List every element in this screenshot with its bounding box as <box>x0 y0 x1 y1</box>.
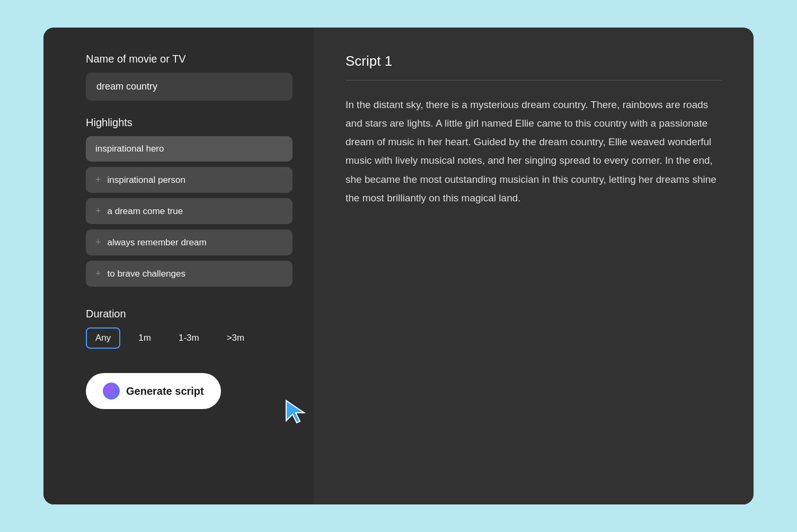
generate-btn-label: Generate script <box>126 385 204 397</box>
highlights-label: Highlights <box>86 117 293 129</box>
highlight-chip-inspirational-hero[interactable]: inspirational hero <box>86 136 293 162</box>
chip-text-always-remember-dream: always remember dream <box>108 237 207 248</box>
chip-text-dream-come-true: a dream come true <box>108 206 183 217</box>
svg-marker-0 <box>286 401 304 423</box>
right-panel: Script 1 In the distant sky, there is a … <box>314 28 754 504</box>
cursor-icon <box>282 398 308 425</box>
main-container: Name of movie or TV Highlights inspirati… <box>43 28 754 504</box>
duration-btn-1-3m[interactable]: 1-3m <box>169 327 209 349</box>
duration-label: Duration <box>86 308 293 320</box>
plus-icon-1: + <box>95 174 101 185</box>
duration-btn-1m[interactable]: 1m <box>129 327 161 349</box>
highlight-chip-always-remember-dream[interactable]: + always remember dream <box>86 229 293 255</box>
highlight-chip-dream-come-true[interactable]: + a dream come true <box>86 198 293 224</box>
generate-btn-icon <box>103 383 120 400</box>
chip-text-inspirational-hero: inspirational hero <box>95 144 164 154</box>
left-panel: Name of movie or TV Highlights inspirati… <box>43 28 314 504</box>
chip-text-inspirational-person: inspirational person <box>108 175 185 185</box>
generate-btn-wrapper: Generate script <box>86 373 293 409</box>
plus-icon-3: + <box>95 237 101 248</box>
plus-icon-2: + <box>95 206 101 217</box>
plus-icon-4: + <box>95 268 101 279</box>
chip-text-to-brave-challenges: to brave challenges <box>108 269 185 279</box>
duration-section: Duration Any 1m 1-3m >3m <box>86 308 293 349</box>
highlight-chip-to-brave-challenges[interactable]: + to brave challenges <box>86 261 293 287</box>
generate-script-button[interactable]: Generate script <box>86 373 221 409</box>
script-title: Script 1 <box>346 53 722 69</box>
movie-input[interactable] <box>86 73 293 101</box>
duration-btn-any[interactable]: Any <box>86 327 120 349</box>
script-content: In the distant sky, there is a mysteriou… <box>346 95 722 207</box>
highlight-chip-inspirational-person[interactable]: + inspirational person <box>86 167 293 193</box>
duration-options: Any 1m 1-3m >3m <box>86 327 293 349</box>
script-divider <box>346 80 722 81</box>
duration-btn-3m-plus[interactable]: >3m <box>217 327 254 349</box>
movie-label: Name of movie or TV <box>86 53 293 65</box>
highlights-section: Highlights inspirational hero + inspirat… <box>86 117 293 292</box>
